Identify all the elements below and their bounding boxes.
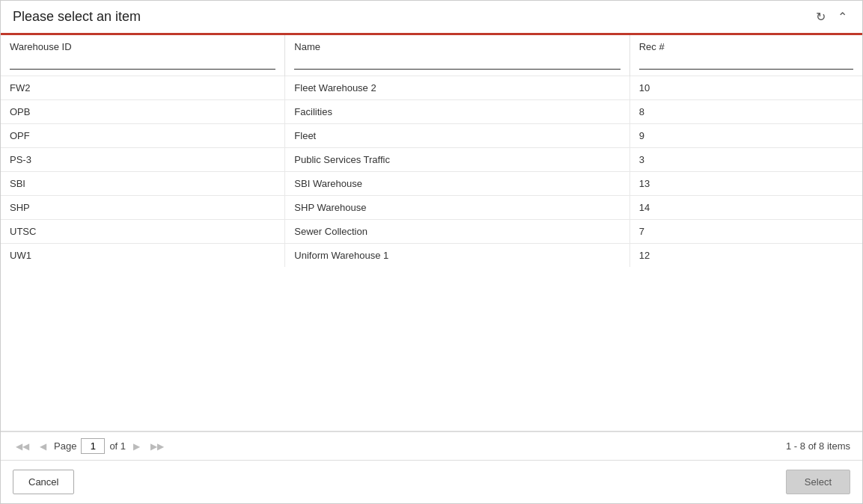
- table-row[interactable]: UW1Uniform Warehouse 112: [1, 244, 862, 268]
- dialog-header: Please select an item ↻ ⌃: [1, 1, 862, 35]
- table-row[interactable]: PS-3Public Services Traffic3: [1, 148, 862, 172]
- table-row[interactable]: OPFFleet9: [1, 124, 862, 148]
- col-label-warehouse-id: Warehouse ID: [10, 41, 275, 52]
- dialog-body: Warehouse ID Name Rec: [1, 35, 862, 431]
- table-row[interactable]: SHPSHP Warehouse14: [1, 196, 862, 220]
- cell-rec: 8: [629, 100, 862, 124]
- table-row[interactable]: SBISBI Warehouse13: [1, 172, 862, 196]
- cell-name: SBI Warehouse: [285, 172, 629, 196]
- collapse-icon: ⌃: [838, 10, 847, 23]
- cell-warehouse-id: SBI: [1, 172, 285, 196]
- items-summary: 1 - 8 of 8 items: [786, 440, 850, 452]
- cell-name: Fleet Warehouse 2: [285, 76, 629, 100]
- col-label-name: Name: [294, 41, 620, 52]
- refresh-button[interactable]: ↻: [813, 8, 829, 25]
- pagination-left: ◀◀ ◀ Page of 1 ▶ ▶▶: [13, 438, 167, 454]
- cell-warehouse-id: SHP: [1, 196, 285, 220]
- prev-page-button[interactable]: ◀: [37, 440, 49, 453]
- cell-name: Public Services Traffic: [285, 148, 629, 172]
- pagination-bar: ◀◀ ◀ Page of 1 ▶ ▶▶ 1 - 8 of 8 items: [1, 431, 862, 460]
- table-row[interactable]: OPBFacilities8: [1, 100, 862, 124]
- cell-name: Fleet: [285, 124, 629, 148]
- collapse-button[interactable]: ⌃: [835, 8, 850, 25]
- last-page-button[interactable]: ▶▶: [147, 440, 167, 453]
- header-icons: ↻ ⌃: [813, 8, 850, 25]
- table-row[interactable]: UTSCSewer Collection7: [1, 220, 862, 244]
- dialog-footer: Cancel Select: [1, 460, 862, 503]
- cell-rec: 14: [629, 196, 862, 220]
- col-header-rec: Rec #: [629, 35, 862, 76]
- cell-warehouse-id: PS-3: [1, 148, 285, 172]
- cell-name: SHP Warehouse: [285, 196, 629, 220]
- col-label-rec: Rec #: [639, 41, 853, 52]
- cell-rec: 3: [629, 148, 862, 172]
- page-number-input[interactable]: [81, 438, 105, 454]
- cell-name: Uniform Warehouse 1: [285, 244, 629, 268]
- select-button[interactable]: Select: [786, 470, 850, 494]
- table-wrapper[interactable]: Warehouse ID Name Rec: [1, 35, 862, 431]
- cell-rec: 12: [629, 244, 862, 268]
- cell-name: Sewer Collection: [285, 220, 629, 244]
- next-page-button[interactable]: ▶: [130, 440, 143, 453]
- cell-rec: 10: [629, 76, 862, 100]
- page-label: Page: [54, 440, 76, 452]
- dialog-title: Please select an item: [13, 9, 141, 25]
- first-page-button[interactable]: ◀◀: [13, 440, 32, 453]
- cell-warehouse-id: FW2: [1, 76, 285, 100]
- cell-warehouse-id: UTSC: [1, 220, 285, 244]
- cell-rec: 13: [629, 172, 862, 196]
- pagination-right: 1 - 8 of 8 items: [786, 440, 850, 452]
- col-filter-name[interactable]: [294, 55, 620, 70]
- col-header-warehouse-id: Warehouse ID: [1, 35, 285, 76]
- cancel-button[interactable]: Cancel: [13, 470, 74, 494]
- cell-warehouse-id: OPF: [1, 124, 285, 148]
- cell-name: Facilities: [285, 100, 629, 124]
- cell-rec: 7: [629, 220, 862, 244]
- cell-warehouse-id: OPB: [1, 100, 285, 124]
- col-filter-rec[interactable]: [639, 55, 853, 70]
- col-filter-warehouse-id[interactable]: [10, 55, 275, 70]
- col-header-name: Name: [285, 35, 629, 76]
- of-label: of 1: [109, 440, 126, 452]
- table-row[interactable]: FW2Fleet Warehouse 210: [1, 76, 862, 100]
- table-header: Warehouse ID Name Rec: [1, 35, 862, 76]
- cell-rec: 9: [629, 124, 862, 148]
- cell-warehouse-id: UW1: [1, 244, 285, 268]
- table-body: FW2Fleet Warehouse 210OPBFacilities8OPFF…: [1, 76, 862, 268]
- select-item-dialog: Please select an item ↻ ⌃ Warehouse ID: [0, 0, 863, 504]
- refresh-icon: ↻: [816, 10, 826, 23]
- data-table: Warehouse ID Name Rec: [1, 35, 862, 267]
